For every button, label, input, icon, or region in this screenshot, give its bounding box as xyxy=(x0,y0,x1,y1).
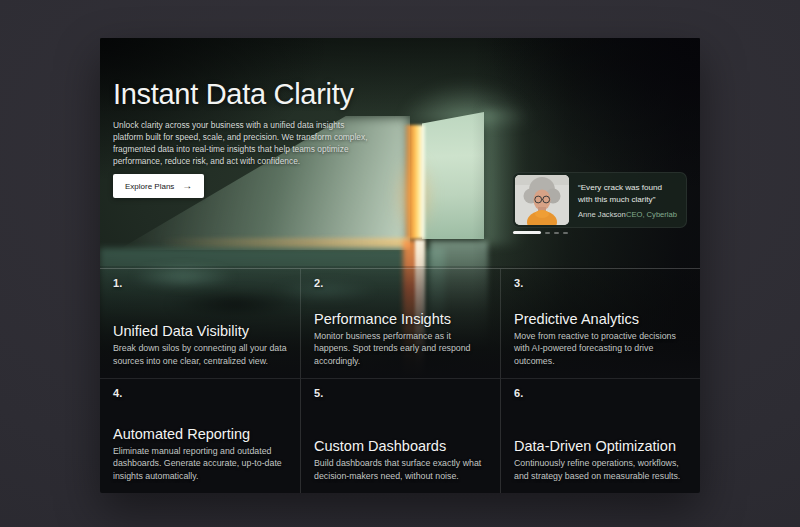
testimonial-attribution: Anne Jackson CEO, Cyberlab xyxy=(578,210,677,219)
explore-plans-button[interactable]: Explore Plans → xyxy=(113,174,204,198)
hero-description: Unlock clarity across your business with… xyxy=(113,120,369,168)
testimonial-role: CEO, Cyberlab xyxy=(626,210,677,219)
avatar xyxy=(515,175,569,225)
hero-section: Instant Data Clarity Unlock clarity acro… xyxy=(100,38,700,493)
landing-card: Instant Data Clarity Unlock clarity acro… xyxy=(100,38,700,493)
avatar-portrait-graphic xyxy=(515,175,569,225)
carousel-dot[interactable] xyxy=(554,232,559,234)
testimonial-quote: “Every crack was found with this much cl… xyxy=(578,182,677,206)
testimonial-name: Anne Jackson xyxy=(578,210,626,219)
arrow-right-icon: → xyxy=(182,181,192,191)
carousel-active-indicator[interactable] xyxy=(513,231,541,234)
explore-plans-label: Explore Plans xyxy=(125,182,174,191)
carousel-dot[interactable] xyxy=(545,232,550,234)
carousel-dot[interactable] xyxy=(563,232,568,234)
page-title: Instant Data Clarity xyxy=(113,78,354,111)
page-background: Instant Data Clarity Unlock clarity acro… xyxy=(0,0,800,527)
testimonial-content: “Every crack was found with this much cl… xyxy=(569,175,684,225)
testimonial-card: “Every crack was found with this much cl… xyxy=(512,172,687,228)
carousel-progress xyxy=(513,231,568,234)
